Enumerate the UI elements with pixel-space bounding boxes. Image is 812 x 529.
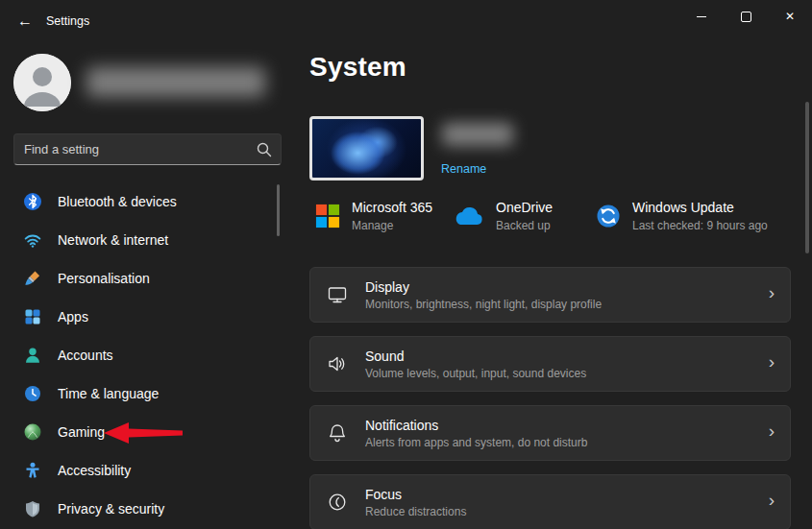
sidebar-item-label: Apps: [58, 309, 88, 325]
clock-icon: [23, 384, 42, 403]
search-input[interactable]: [14, 134, 281, 164]
shield-icon: [23, 499, 42, 518]
sidebar-item-label: Gaming: [58, 424, 105, 440]
focus-icon: [327, 492, 348, 513]
minimize-button[interactable]: [679, 0, 724, 33]
chevron-right-icon: ›: [769, 351, 775, 373]
quick-link-title: Windows Update: [632, 200, 768, 215]
quick-link-microsoft-365[interactable]: Microsoft 365 Manage: [315, 195, 432, 237]
sidebar-item-label: Personalisation: [58, 271, 150, 286]
sidebar-item-network-internet[interactable]: Network & internet: [8, 221, 273, 259]
settings-window: ← Settings ✕ Bluetooth & devices: [0, 0, 812, 529]
close-icon: ✕: [785, 10, 795, 23]
back-button[interactable]: ←: [10, 8, 40, 35]
sidebar-item-label: Bluetooth & devices: [58, 194, 177, 209]
sidebar-item-accounts[interactable]: Accounts: [8, 336, 273, 374]
device-name-redacted: [442, 123, 513, 146]
card-subtitle: Monitors, brightness, night light, displ…: [365, 298, 602, 311]
sidebar-item-accessibility[interactable]: Accessibility: [8, 451, 273, 490]
sidebar-item-label: Accessibility: [58, 463, 131, 478]
card-display[interactable]: Display Monitors, brightness, night ligh…: [309, 267, 791, 323]
windows-update-icon: [596, 204, 621, 228]
card-subtitle: Volume levels, output, input, sound devi…: [365, 367, 586, 380]
main-scrollbar[interactable]: [805, 102, 809, 253]
account-person-icon: [23, 346, 42, 365]
chevron-right-icon: ›: [769, 490, 775, 511]
microsoft-365-icon: [315, 204, 340, 228]
bell-icon: [327, 422, 348, 444]
person-silhouette-icon: [13, 54, 71, 111]
close-button[interactable]: ✕: [768, 0, 812, 33]
chevron-right-icon: ›: [769, 282, 775, 303]
card-title: Display: [365, 279, 602, 295]
card-focus[interactable]: Focus Reduce distractions ›: [309, 474, 791, 529]
quick-link-title: OneDrive: [496, 200, 553, 215]
chevron-right-icon: ›: [769, 421, 775, 442]
user-name-redacted: [86, 67, 265, 97]
card-subtitle: Reduce distractions: [365, 505, 466, 518]
rename-link[interactable]: Rename: [441, 162, 486, 176]
sidebar-item-label: Network & internet: [58, 232, 168, 248]
titlebar: ← Settings ✕: [0, 0, 812, 42]
card-notifications[interactable]: Notifications Alerts from apps and syste…: [309, 405, 791, 461]
quick-link-windows-update[interactable]: Windows Update Last checked: 9 hours ago: [596, 195, 768, 237]
search-box[interactable]: [13, 133, 282, 165]
sidebar-item-label: Time & language: [58, 386, 159, 401]
sidebar-item-apps[interactable]: Apps: [8, 298, 273, 336]
page-title: System: [309, 52, 406, 83]
sidebar-scrollbar[interactable]: [277, 184, 280, 236]
speaker-icon: [327, 353, 348, 374]
sidebar-item-label: Accounts: [58, 348, 113, 363]
search-icon: [256, 141, 273, 158]
card-subtitle: Alerts from apps and system, do not dist…: [365, 436, 587, 449]
paintbrush-icon: [23, 269, 42, 288]
monitor-icon: [327, 284, 348, 305]
apps-grid-icon: [23, 307, 42, 326]
accessibility-person-icon: [23, 461, 42, 480]
user-avatar[interactable]: [13, 54, 71, 111]
minimize-icon: [697, 16, 706, 17]
desktop-preview: [309, 116, 424, 180]
sidebar-item-personalisation[interactable]: Personalisation: [8, 259, 273, 298]
window-controls: ✕: [679, 0, 812, 33]
sidebar-item-time-language[interactable]: Time & language: [8, 374, 273, 413]
maximize-button[interactable]: [724, 0, 768, 33]
back-icon: ←: [17, 12, 33, 29]
sidebar-nav: Bluetooth & devices Network & internet P…: [8, 182, 273, 528]
quick-link-subtitle: Manage: [352, 219, 432, 232]
sidebar-item-privacy-security[interactable]: Privacy & security: [8, 490, 273, 528]
card-sound[interactable]: Sound Volume levels, output, input, soun…: [309, 336, 791, 392]
wifi-icon: [23, 230, 42, 250]
window-title: Settings: [46, 14, 89, 28]
sidebar-item-bluetooth-devices[interactable]: Bluetooth & devices: [8, 182, 273, 221]
card-title: Sound: [365, 349, 586, 364]
onedrive-cloud-icon: [452, 206, 484, 227]
quick-link-onedrive[interactable]: OneDrive Backed up: [452, 195, 553, 237]
quick-link-title: Microsoft 365: [352, 200, 432, 215]
quick-link-subtitle: Last checked: 9 hours ago: [632, 219, 768, 232]
quick-link-subtitle: Backed up: [496, 219, 553, 232]
card-title: Notifications: [365, 418, 587, 433]
maximize-icon: [741, 12, 751, 22]
xbox-icon: [23, 422, 42, 442]
bluetooth-icon: [23, 192, 42, 211]
sidebar-item-label: Privacy & security: [58, 501, 164, 517]
card-title: Focus: [365, 487, 466, 502]
sidebar-item-gaming[interactable]: Gaming: [8, 413, 273, 451]
